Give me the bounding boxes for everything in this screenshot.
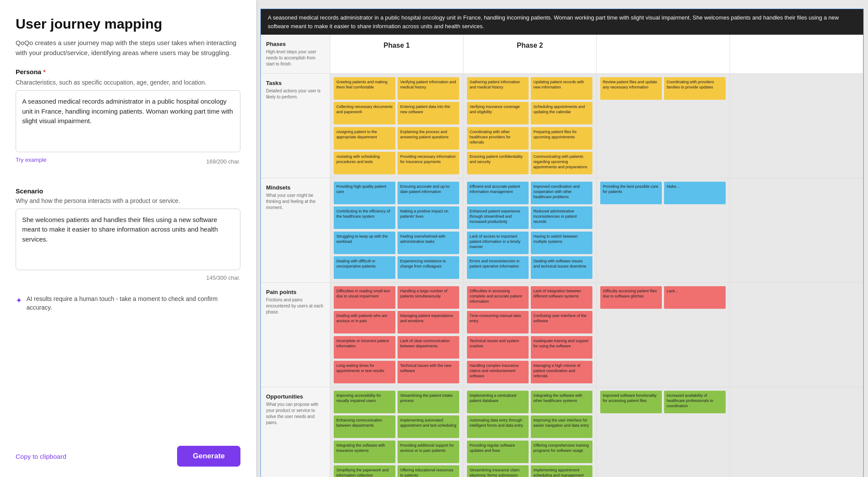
- scenario-hint: Why and how the persona interacts with a…: [16, 197, 240, 204]
- scenario-textarea-container: She welcomes patients and handles their …: [16, 209, 240, 272]
- try-example-link[interactable]: Try example: [16, 157, 46, 163]
- painpoint-sticky: Technical issues with the new software: [398, 361, 459, 383]
- painpoint-sticky: Handling a large number of patients simu…: [398, 286, 459, 309]
- opportunities-phase1-cell: Improving accessibility for visually imp…: [330, 387, 464, 477]
- scenario-char-count: 145/300 char.: [206, 274, 240, 281]
- mindset-sticky: Lack of access to important patient info…: [467, 232, 529, 254]
- page-title: User journey mapping: [16, 16, 240, 32]
- sparkle-icon: ✦: [16, 295, 22, 306]
- opportunity-sticky: Enhancing communication between departme…: [334, 415, 395, 438]
- opportunity-sticky: Streamlining the patient intake process: [398, 391, 459, 413]
- painpoint-sticky: Time-consuming manual data entry: [467, 311, 529, 333]
- opportunity-sticky: Providing additional support for anxious…: [398, 441, 459, 463]
- opportunity-sticky: Automating data entry through intelligen…: [467, 415, 529, 438]
- painpoints-label-cell: Pain points Frictions and pains encounte…: [261, 283, 330, 387]
- opportunity-sticky: Implementing a centralized patient datab…: [467, 391, 529, 413]
- tasks-label-cell: Tasks Detailed actions your user is like…: [261, 74, 330, 178]
- painpoint-sticky: Dealing with patients who are anxious or…: [334, 311, 395, 333]
- opportunity-sticky: Integrating the software with other heal…: [531, 391, 592, 413]
- right-panel: A seasoned medical records administrator…: [256, 0, 868, 477]
- tasks-phase2-cell: Gathering patient information and medica…: [464, 74, 597, 178]
- opportunity-sticky: Improving the user interface for easier …: [531, 415, 592, 438]
- task-sticky: Providing necessary information for insu…: [398, 152, 459, 174]
- opportunities-phase1-row1: Improving accessibility for visually imp…: [334, 391, 460, 438]
- opportunity-sticky: Improving accessibility for visually imp…: [334, 391, 395, 413]
- task-sticky: Collecting necessary documents and paper…: [334, 102, 395, 124]
- tasks-phase3-row1: Review patient files and update any nece…: [600, 77, 726, 100]
- painpoint-sticky: Difficulties in accessing complete and a…: [467, 286, 529, 309]
- opportunity-sticky: Providing regular software updates and f…: [467, 441, 529, 463]
- persona-banner: A seasoned medical records administrator…: [261, 9, 863, 35]
- task-sticky: Ensuring patient confidentiality and sec…: [467, 152, 529, 174]
- task-sticky: Explaining the process and answering pat…: [398, 127, 459, 150]
- phases-desc: High-level steps your user needs to acco…: [266, 49, 325, 67]
- painpoints-phase3-row1: Difficulty accessing patient files due t…: [600, 286, 726, 309]
- mindset-sticky: Experiencing resistance to change from c…: [398, 256, 459, 279]
- painpoints-desc: Frictions and pains encountered by users…: [266, 297, 325, 315]
- task-sticky: Coordinating with providers families to …: [664, 77, 726, 100]
- mindsets-phase1-row1: Providing high quality patient care Ensu…: [334, 182, 460, 229]
- opportunity-sticky: Offering comprehensive training programs…: [531, 441, 592, 463]
- painpoints-phase1-cell: Difficulties in reading small text due t…: [330, 283, 464, 387]
- mindset-sticky: Make...: [664, 182, 726, 204]
- mindsets-phase3-cell: Providing the best possible care for pat…: [597, 178, 730, 283]
- mindset-sticky: Feeling overwhelmed with administrative …: [398, 232, 459, 254]
- tasks-phase2-row1: Gathering patient information and medica…: [467, 77, 593, 124]
- mindset-sticky: Contributing to the efficiency of the he…: [334, 206, 395, 229]
- opportunity-sticky: Streamlining insurance claim electronic …: [467, 465, 529, 477]
- scenario-input[interactable]: She welcomes patients and handles their …: [16, 209, 240, 271]
- task-sticky: Verifying insurance coverage and eligibi…: [467, 102, 529, 124]
- task-sticky: Assisting with scheduling procedures and…: [334, 152, 395, 174]
- painpoint-sticky: Lack of integration between different so…: [531, 286, 592, 309]
- journey-canvas: A seasoned medical records administrator…: [260, 9, 864, 477]
- opportunities-desc: What you can propose with your product o…: [266, 402, 325, 426]
- subtitle: QoQo creates a user journey map with the…: [16, 38, 240, 58]
- task-sticky: Review patient files and update any nece…: [600, 77, 662, 100]
- phase1-header: Phase 1: [330, 35, 464, 74]
- painpoint-sticky: Managing patient expectations and emotio…: [398, 311, 459, 333]
- opportunities-label-cell: Opportunities What you can propose with …: [261, 387, 330, 477]
- painpoint-sticky: Technical issues and system crashes: [467, 336, 529, 359]
- painpoints-phase2-cell: Difficulties in accessing complete and a…: [464, 283, 597, 387]
- mindsets-desc: What your user might be thinking and fee…: [266, 193, 325, 211]
- opportunities-phase4-cell: [730, 387, 863, 477]
- mindsets-phase4-cell: [730, 178, 863, 283]
- mindsets-phase1-row2: Struggling to keep up with the workload …: [334, 232, 460, 279]
- task-sticky: Verifying patient information and medica…: [398, 77, 459, 100]
- required-marker: *: [43, 68, 46, 75]
- persona-textarea-container: A seasoned medical records administrator…: [16, 90, 240, 154]
- phase3-header: [597, 35, 730, 74]
- generate-button[interactable]: Generate: [177, 446, 240, 467]
- tasks-desc: Detailed actions your user is likely to …: [266, 88, 325, 100]
- task-sticky: Communicating with patients regarding up…: [531, 152, 592, 174]
- phase2-header: Phase 2: [464, 35, 597, 74]
- mindset-sticky: Providing the best possible care for pat…: [600, 182, 662, 204]
- tasks-phase4-cell: [730, 74, 863, 178]
- painpoint-sticky: Inadequate training and support for usin…: [531, 336, 592, 359]
- mindset-sticky: Errors and inconsistencies in patient op…: [467, 256, 529, 279]
- persona-input[interactable]: A seasoned medical records administrator…: [16, 90, 240, 152]
- tasks-phase1-row1: Greeting patients and making them feel c…: [334, 77, 460, 124]
- phase4-header: [730, 35, 863, 74]
- scenario-label: Scenario: [16, 187, 240, 195]
- mindsets-label-cell: Mindsets What your user might be thinkin…: [261, 178, 330, 283]
- opportunity-sticky: Implementing appointment scheduling and …: [531, 465, 592, 477]
- phases-label-cell: Phases High-level steps your user needs …: [261, 35, 330, 74]
- task-sticky: Preparing patient files for upcoming app…: [531, 127, 592, 150]
- mindsets-phase3-row1: Providing the best possible care for pat…: [600, 182, 726, 204]
- painpoint-sticky: Lack...: [664, 286, 726, 309]
- painpoint-sticky: Difficulties in reading small text due t…: [334, 286, 395, 309]
- tasks-title: Tasks: [266, 80, 325, 86]
- task-sticky: Coordinating with other healthcare provi…: [467, 127, 529, 150]
- copy-button[interactable]: Copy to clipboard: [16, 453, 66, 460]
- mindset-sticky: Making a positive impact on patients' li…: [398, 206, 459, 229]
- painpoint-sticky: Handling complex insurance claims and re…: [467, 361, 529, 383]
- painpoints-phase1-row2: Incomplete or incorrect patient informat…: [334, 336, 460, 383]
- tasks-phase3-cell: Review patient files and update any nece…: [597, 74, 730, 178]
- task-sticky: Gathering patient information and medica…: [467, 77, 529, 100]
- opportunity-sticky: Integrating the software with insurance …: [334, 441, 395, 463]
- opportunity-sticky: Offering educational resources to patien…: [398, 465, 459, 477]
- mindset-sticky: Dealing with software issues and technic…: [531, 256, 592, 279]
- opportunities-phase2-cell: Implementing a centralized patient datab…: [464, 387, 597, 477]
- persona-char-count: 169/200 char.: [206, 158, 240, 165]
